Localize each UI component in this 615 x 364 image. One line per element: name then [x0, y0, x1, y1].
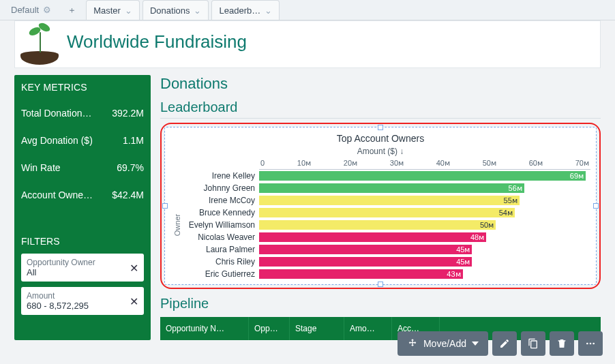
bar: 45ᴍ	[259, 245, 472, 254]
bar-row[interactable]: Eric Gutierrez43ᴍ	[170, 268, 590, 280]
more-icon	[585, 338, 596, 349]
metric-row[interactable]: Avg Donation ($)1.1M	[21, 127, 144, 154]
bar: 69ᴍ	[259, 171, 586, 181]
bar-value-label: 69ᴍ	[570, 172, 584, 181]
bar-row[interactable]: Johnny Green56ᴍ	[170, 182, 590, 194]
bar-category-label: Chris Riley	[170, 257, 259, 267]
sidebar: KEY METRICS Total Donation…392.2MAvg Don…	[14, 75, 151, 340]
filter-name: Opportunity Owner	[27, 258, 138, 267]
resize-handle-top[interactable]	[378, 125, 383, 130]
table-column-header[interactable]: Opp…	[249, 317, 290, 340]
bar-category-label: Eric Gutierrez	[170, 269, 259, 279]
close-icon[interactable]: ✕	[130, 294, 138, 307]
page-title: Worldwide Fundraising	[67, 31, 247, 65]
bar: 55ᴍ	[259, 196, 520, 205]
metric-label: Avg Donation ($)	[21, 135, 93, 146]
metric-value: $42.4M	[112, 189, 144, 200]
resize-handle-bottom[interactable]	[378, 282, 383, 287]
bar-track: 45ᴍ	[259, 257, 590, 267]
bar: 50ᴍ	[259, 220, 496, 230]
bar-track: 69ᴍ	[259, 171, 590, 181]
bar-row[interactable]: Laura Palmer45ᴍ	[170, 243, 590, 256]
logo-plant-icon	[15, 24, 64, 65]
x-tick: 10ᴍ	[297, 159, 311, 168]
bar-track: 48ᴍ	[259, 232, 590, 242]
svg-point-0	[586, 343, 588, 345]
bar-track: 43ᴍ	[259, 269, 590, 279]
default-label: Default	[11, 5, 39, 15]
metric-row[interactable]: Total Donation…392.2M	[21, 100, 144, 127]
tab-leaderboard[interactable]: Leaderb… ⌄	[211, 0, 280, 20]
bar-value-label: 45ᴍ	[456, 258, 470, 267]
chart-selection-outline: Top Account Owners Amount ($) ↓ 010ᴍ20ᴍ3…	[160, 123, 601, 289]
metric-row[interactable]: Win Rate69.7%	[21, 154, 144, 181]
header-card: Worldwide Fundraising	[14, 20, 601, 68]
bar-value-label: 50ᴍ	[480, 221, 494, 230]
bar-value-label: 43ᴍ	[447, 270, 460, 279]
bar-track: 54ᴍ	[259, 208, 590, 217]
main: Donations Leaderboard Top Account Owners…	[160, 75, 601, 340]
tab-donations[interactable]: Donations ⌄	[142, 0, 209, 20]
pipeline-heading: Pipeline	[160, 296, 601, 314]
table-column-header[interactable]: Amo…	[344, 317, 392, 340]
bar-row[interactable]: Nicolas Weaver48ᴍ	[170, 231, 590, 243]
resize-handle-right[interactable]	[593, 203, 599, 209]
more-button[interactable]	[578, 331, 603, 356]
default-tab-control[interactable]: Default ⚙	[4, 0, 58, 20]
bar: 54ᴍ	[259, 208, 515, 217]
canvas: Worldwide Fundraising KEY METRICS Total …	[0, 20, 615, 364]
bar-value-label: 56ᴍ	[509, 184, 522, 193]
donations-heading: Donations	[160, 75, 601, 93]
move-add-button[interactable]: Move/Add	[397, 331, 488, 356]
tab-strip: Default ⚙ ＋ Master ⌄ Donations ⌄ Leaderb…	[0, 0, 615, 20]
table-column-header[interactable]: Stage	[290, 317, 344, 340]
metric-label: Account Owne…	[21, 189, 93, 200]
filter-chip[interactable]: Amount680 - 8,572,295✕	[21, 287, 144, 315]
metric-row[interactable]: Account Owne…$42.4M	[21, 181, 144, 209]
table-column-header[interactable]: Opportunity N…	[160, 317, 249, 340]
bar-value-label: 45ᴍ	[456, 245, 470, 254]
x-tick: 30ᴍ	[390, 159, 404, 168]
chart-title: Top Account Owners	[170, 133, 590, 144]
bar: 43ᴍ	[259, 269, 463, 279]
bar-track: 50ᴍ	[259, 220, 590, 230]
plus-icon: ＋	[68, 4, 76, 16]
bar-category-label: Irene McCoy	[170, 196, 259, 205]
edit-button[interactable]	[492, 331, 517, 356]
bar-value-label: 54ᴍ	[499, 209, 513, 217]
bar-row[interactable]: Irene McCoy55ᴍ	[170, 194, 590, 207]
filter-value: All	[27, 267, 138, 277]
filter-name: Amount	[27, 291, 138, 301]
svg-point-2	[592, 343, 595, 345]
metric-value: 1.1M	[123, 135, 144, 146]
bar-row[interactable]: Irene Kelley69ᴍ	[170, 170, 590, 182]
tab-master[interactable]: Master ⌄	[86, 0, 140, 20]
bar-track: 45ᴍ	[259, 245, 590, 254]
widget-toolbar: Move/Add	[397, 331, 603, 356]
add-tab-button[interactable]: ＋	[61, 0, 83, 20]
copy-button[interactable]	[521, 331, 545, 356]
bar-track: 55ᴍ	[259, 196, 590, 205]
bar-category-label: Bruce Kennedy	[170, 208, 259, 217]
chart-widget[interactable]: Top Account Owners Amount ($) ↓ 010ᴍ20ᴍ3…	[164, 127, 597, 285]
move-icon	[407, 338, 418, 349]
bar-category-label: Evelyn Williamson	[170, 220, 259, 230]
bar: 45ᴍ	[259, 257, 472, 267]
svg-point-1	[590, 343, 592, 345]
leaderboard-heading: Leaderboard	[160, 100, 601, 119]
bar-value-label: 48ᴍ	[470, 233, 484, 242]
resize-handle-left[interactable]	[162, 203, 168, 209]
bar-row[interactable]: Evelyn Williamson50ᴍ	[170, 219, 590, 231]
metric-label: Win Rate	[21, 162, 61, 173]
filter-chip[interactable]: Opportunity OwnerAll✕	[21, 254, 144, 282]
copy-icon	[528, 338, 539, 349]
x-tick: 60ᴍ	[529, 159, 543, 168]
trash-icon	[556, 338, 567, 349]
delete-button[interactable]	[550, 331, 574, 356]
bar-category-label: Johnny Green	[170, 183, 259, 193]
close-icon[interactable]: ✕	[130, 261, 138, 274]
bar-row[interactable]: Bruce Kennedy54ᴍ	[170, 207, 590, 219]
metric-value: 69.7%	[117, 162, 144, 173]
metric-value: 392.2M	[112, 108, 144, 119]
bar-row[interactable]: Chris Riley45ᴍ	[170, 256, 590, 268]
